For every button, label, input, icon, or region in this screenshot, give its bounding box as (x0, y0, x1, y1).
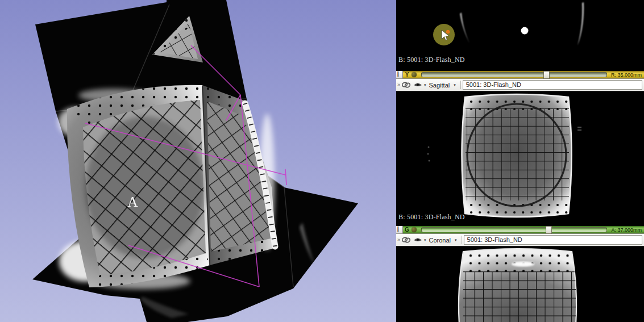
expand-icon[interactable]: » (396, 80, 400, 90)
volume-name: 5001: 3D-Flash_ND (466, 81, 521, 88)
coronal-canvas[interactable] (396, 246, 644, 322)
orientation-value: Sagittal (429, 82, 450, 89)
slice-offset-value: A: 37.000mm (610, 227, 644, 233)
volume-selector[interactable]: 5001: 3D-Flash_ND (464, 235, 642, 245)
link-icon (401, 236, 411, 244)
visibility-button[interactable] (412, 80, 423, 90)
orientation-select[interactable]: Sagittal ▾ (427, 82, 459, 89)
volume-selector[interactable]: 5001: 3D-Flash_ND (463, 80, 642, 90)
slice-menu-icon[interactable] (412, 72, 417, 77)
coronal-offset-slider-row: ▎ G A: 37.000mm (396, 226, 644, 233)
bright-artifact (512, 262, 534, 267)
fiducial-dot (521, 27, 529, 35)
sagittal-toolbar: » ▾ Sagittal ▾ (396, 78, 644, 91)
mri-viewer-app: A B: 5001: 3D-Flash_ND ▎ (0, 0, 644, 322)
eye-icon (413, 82, 422, 88)
slice-view-letter: G (403, 226, 411, 233)
sagittal-offset-slider-row: ▎ Y R: 35.000mm (396, 71, 644, 78)
slice-offset-value: R: 35.000mm (610, 72, 644, 78)
visibility-dropdown-icon[interactable]: ▾ (424, 83, 426, 87)
toolbar-separator (460, 81, 461, 89)
sagittal-canvas[interactable] (396, 91, 644, 226)
volume-name: 5001: 3D-Flash_ND (467, 236, 522, 243)
phantom-face-left (67, 85, 210, 287)
view-3d-canvas[interactable]: A (0, 0, 396, 322)
expand-icon[interactable]: » (396, 235, 400, 245)
link-views-button[interactable] (400, 235, 412, 245)
orientation-dropdown-icon: ▾ (454, 83, 456, 87)
mouse-cursor (433, 24, 455, 45)
visibility-dropdown-icon[interactable]: ▾ (424, 238, 426, 242)
view-3d[interactable]: A (0, 0, 396, 322)
cursor-click-dot (446, 30, 450, 34)
sagittal-offset-slider[interactable] (421, 72, 607, 77)
background-volume-label: B: 5001: 3D-Flash_ND (398, 56, 465, 64)
background-volume-label: B: 5001: 3D-Flash_ND (398, 213, 465, 221)
slice-view-sagittal[interactable]: B: 5001: 3D-Flash_ND (396, 91, 644, 226)
visibility-button[interactable] (412, 235, 423, 245)
orientation-dropdown-icon: ▾ (455, 238, 457, 242)
orientation-marker-a: A (127, 194, 138, 210)
slice-view-letter: Y (403, 71, 411, 78)
slider-handle[interactable] (543, 71, 550, 79)
pin-icon[interactable]: ▎ (396, 226, 403, 233)
toolbar-separator (462, 236, 462, 244)
slice-view-axial[interactable]: B: 5001: 3D-Flash_ND (396, 0, 644, 71)
coronal-phantom-image (459, 249, 576, 322)
sagittal-slice-controller: ▎ Y R: 35.000mm » (396, 71, 644, 91)
slice-panel-column: B: 5001: 3D-Flash_ND ▎ Y R: 35.000mm » (396, 0, 644, 322)
orientation-select[interactable]: Coronal ▾ (427, 237, 460, 244)
slice-view-coronal[interactable] (396, 246, 644, 322)
orientation-value: Coronal (429, 237, 451, 244)
link-icon (401, 81, 411, 89)
eye-icon (413, 237, 422, 243)
coronal-offset-slider[interactable] (421, 227, 607, 232)
link-views-button[interactable] (400, 80, 412, 90)
coronal-slice-controller: ▎ G A: 37.000mm » (396, 226, 644, 246)
coronal-toolbar: » ▾ Coronal ▾ (396, 233, 644, 246)
pin-icon[interactable]: ▎ (396, 71, 403, 78)
slider-handle[interactable] (546, 226, 552, 234)
slice-menu-icon[interactable] (412, 227, 417, 232)
